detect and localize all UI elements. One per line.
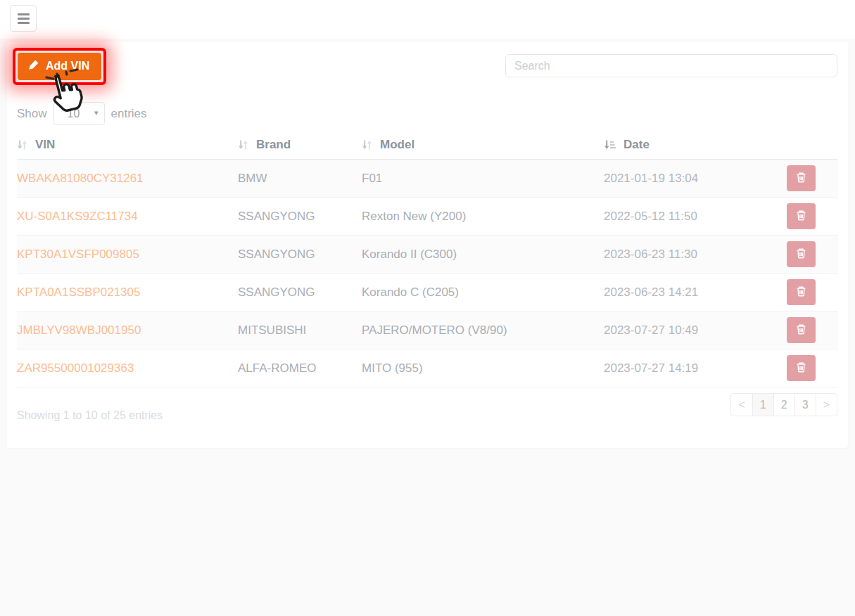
trash-icon [796,361,806,375]
brand-cell: SSANGYONG [238,210,362,224]
brand-cell: ALFA-ROMEO [238,361,362,376]
vin-link[interactable]: ZAR95500001029363 [17,361,134,376]
trash-icon [796,323,806,337]
add-vin-button[interactable]: Add VIN [18,53,101,80]
date-cell: 2022-05-12 11:50 [604,210,764,224]
entries-label: entries [111,107,147,121]
delete-button[interactable] [787,165,816,191]
search-input[interactable] [505,54,837,77]
brand-cell: MITSUBISHI [238,323,362,338]
model-cell: Korando C (C205) [362,285,604,300]
delete-button[interactable] [787,279,816,305]
column-label: Date [623,138,650,152]
vin-link[interactable]: KPTA0A1SSBP021305 [17,285,140,300]
trash-icon [796,210,806,223]
delete-button[interactable] [787,355,816,381]
model-cell: Rexton New (Y200) [362,210,604,224]
pagination-page-button[interactable]: 3 [794,393,816,416]
trash-icon [796,248,806,261]
table-row: XU-S0A1KS9ZC11734 SSANGYONG Rexton New (… [17,198,838,236]
pencil-icon [28,59,39,73]
pagination-page-button[interactable]: 1 [752,393,774,416]
model-cell: F01 [362,172,604,186]
column-header-model[interactable]: Model [362,138,604,152]
column-header-date[interactable]: Date [604,138,764,152]
vin-list-card: Add VIN Show 10 ▾ entries [7,42,848,448]
brand-cell: BMW [238,172,362,186]
column-label: Brand [256,138,291,152]
vin-link[interactable]: KPT30A1VSFP009805 [17,248,139,262]
vin-link[interactable]: WBAKA81080CY31261 [17,172,144,186]
date-cell: 2023-06-23 14:21 [604,285,764,300]
sort-desc-icon [604,139,616,150]
pagination-page-button[interactable]: 2 [773,393,795,416]
sidebar-toggle-button[interactable] [10,5,37,32]
date-cell: 2023-07-27 10:49 [604,323,764,338]
date-cell: 2023-06-23 11:30 [604,248,764,262]
page-size-select[interactable]: 10 [53,102,105,125]
column-label: Model [380,138,414,152]
column-label: VIN [35,138,55,152]
annotation-highlight-box: Add VIN [13,48,106,85]
brand-cell: SSANGYONG [238,248,362,262]
table-row: KPTA0A1SSBP021305 SSANGYONG Korando C (C… [17,274,838,312]
sort-icon [362,139,372,150]
table-row: WBAKA81080CY31261 BMW F01 2021-01-19 13:… [17,160,838,198]
top-bar [0,0,855,39]
model-cell: Korando II (C300) [362,248,604,262]
model-cell: MITO (955) [362,361,604,376]
delete-button[interactable] [787,241,816,267]
pagination-prev-button[interactable]: < [730,393,752,416]
sort-icon [238,139,248,150]
table-row: ZAR95500001029363 ALFA-ROMEO MITO (955) … [17,349,838,387]
date-cell: 2021-01-19 13:04 [604,172,764,186]
pagination-next-button[interactable]: > [816,393,837,416]
add-vin-label: Add VIN [46,60,89,72]
delete-button[interactable] [787,317,816,343]
show-label: Show [17,107,47,121]
trash-icon [796,172,806,185]
page-length-control: Show 10 ▾ entries [17,102,147,125]
entries-info: Showing 1 to 10 of 25 entries [17,409,163,422]
table-row: KPT30A1VSFP009805 SSANGYONG Korando II (… [17,236,838,274]
table-row: JMBLYV98WBJ001950 MITSUBISHI PAJERO/MOTE… [17,312,838,349]
date-cell: 2023-07-27 14:19 [604,361,764,376]
pagination: < 1 2 3 > [730,393,837,416]
vin-link[interactable]: JMBLYV98WBJ001950 [17,323,141,338]
model-cell: PAJERO/MOTERO (V8/90) [362,323,604,338]
table-body: WBAKA81080CY31261 BMW F01 2021-01-19 13:… [17,160,838,387]
column-header-brand[interactable]: Brand [238,138,362,152]
vin-link[interactable]: XU-S0A1KS9ZC11734 [17,210,138,224]
hamburger-icon [18,13,30,24]
table-header: VIN Brand [17,130,838,160]
vin-table: VIN Brand [17,130,838,387]
trash-icon [796,285,806,299]
sort-icon [17,139,27,150]
column-header-vin[interactable]: VIN [17,138,238,152]
brand-cell: SSANGYONG [238,285,362,300]
delete-button[interactable] [787,203,816,229]
